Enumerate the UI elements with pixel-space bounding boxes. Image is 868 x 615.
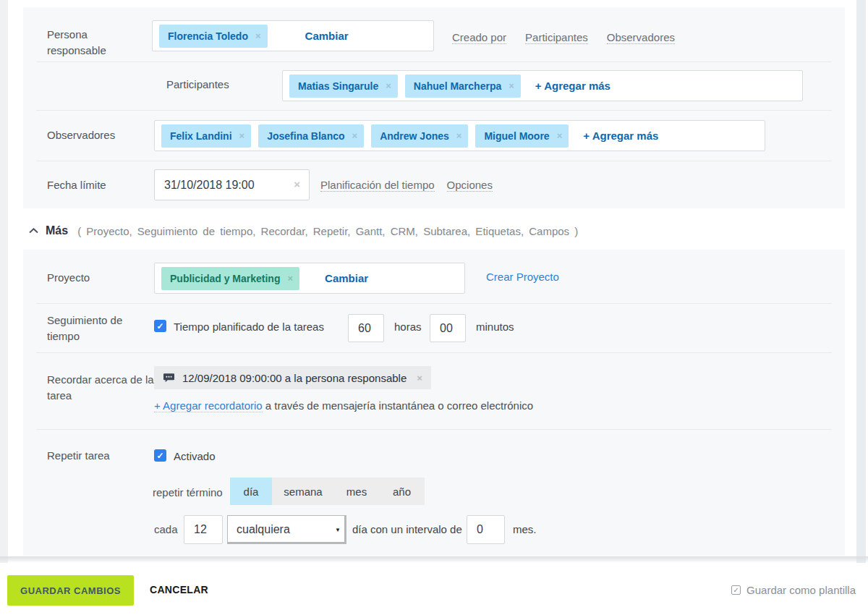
interval-value-input[interactable] xyxy=(467,515,505,544)
observer-tag: Josefina Blanco × xyxy=(258,124,364,148)
hours-input[interactable] xyxy=(348,314,384,342)
remove-tag-icon[interactable]: × xyxy=(509,80,514,91)
observer-tag: Miguel Moore × xyxy=(475,124,569,148)
observer-tag: Felix Landini × xyxy=(161,124,251,148)
add-participant-link[interactable]: + Agregar más xyxy=(535,80,610,92)
observers-field[interactable]: Felix Landini × Josefina Blanco × Andrew… xyxy=(154,120,765,151)
more-section-header: Más ( Proyecto, Seguimiento de tiempo, R… xyxy=(29,224,578,237)
observer-tag: Andrew Jones × xyxy=(371,124,468,148)
every-value-input[interactable] xyxy=(184,515,223,544)
add-reminder-link[interactable]: + Agregar recordatorio xyxy=(154,399,263,412)
time-planning-link[interactable]: Planificación del tiempo xyxy=(320,179,435,192)
divider xyxy=(36,62,832,62)
weekday-select[interactable]: cualquiera ▼ xyxy=(227,515,346,544)
interval-unit-label: mes. xyxy=(513,523,537,535)
save-as-template-checkbox[interactable]: ✓ xyxy=(731,585,741,595)
observer-tag-label: Felix Landini xyxy=(170,130,232,142)
repeat-term-tabs: día semana mes año xyxy=(230,478,425,505)
reminder-chip: 12/09/2018 09:00:00 a la persona respons… xyxy=(154,366,431,389)
change-responsible-link[interactable]: Cambiar xyxy=(305,30,349,42)
remove-tag-icon[interactable]: × xyxy=(255,30,261,41)
repeat-label: Repetir tarea xyxy=(47,448,110,464)
participant-tag: Nahuel Marcherpa × xyxy=(405,75,521,98)
participant-tag-label: Matias Singarule xyxy=(298,80,378,92)
remove-tag-icon[interactable]: × xyxy=(557,130,563,141)
divider xyxy=(36,303,832,304)
more-toggle[interactable]: Más xyxy=(46,224,68,237)
repeat-term-label: repetir término xyxy=(153,486,223,499)
task-edit-form: Persona responsable Florencia Toledo × C… xyxy=(0,0,868,615)
deadline-label: Fecha límite xyxy=(47,177,106,193)
participants-field[interactable]: Matias Singarule × Nahuel Marcherpa × + … xyxy=(282,70,803,101)
deadline-input[interactable] xyxy=(154,169,310,200)
participant-tag-label: Nahuel Marcherpa xyxy=(414,80,501,92)
planned-time-label: Tiempo planificado de la tareas xyxy=(174,321,324,333)
save-as-template-control[interactable]: ✓ Guardar como plantilla xyxy=(731,584,856,596)
project-field[interactable]: Publicidad y Marketing × Cambiar xyxy=(154,263,465,294)
save-button[interactable]: GUARDAR CAMBIOS xyxy=(7,575,134,606)
interval-label: día con un intervalo de xyxy=(352,523,462,535)
hours-label: horas xyxy=(394,321,422,333)
participant-tag: Matias Singarule × xyxy=(289,75,398,98)
participants-link[interactable]: Participantes xyxy=(525,31,588,44)
divider xyxy=(36,161,832,161)
observers-link[interactable]: Observadores xyxy=(607,31,675,44)
check-icon: ✓ xyxy=(733,586,739,594)
responsible-tag-label: Florencia Toledo xyxy=(168,30,248,42)
remove-tag-icon[interactable]: × xyxy=(352,130,358,141)
responsible-label: Persona responsable xyxy=(47,27,134,59)
divider xyxy=(36,110,832,111)
remove-reminder-icon[interactable]: × xyxy=(417,373,422,383)
save-as-template-label: Guardar como plantilla xyxy=(746,584,856,596)
main-fields-panel: Persona responsable Florencia Toledo × C… xyxy=(23,7,845,208)
planned-time-checkbox[interactable]: ✓ xyxy=(154,320,166,332)
tab-week[interactable]: semana xyxy=(272,478,334,505)
reminder-chip-text: 12/09/2018 09:00:00 a la persona respons… xyxy=(182,372,407,384)
footer-divider xyxy=(0,556,868,563)
tab-day[interactable]: día xyxy=(230,478,272,505)
add-reminder-suffix: a través de mensajería instantánea o cor… xyxy=(265,399,533,412)
options-link[interactable]: Opciones xyxy=(447,179,493,192)
more-fields-panel: Proyecto Publicidad y Marketing × Cambia… xyxy=(23,250,845,556)
repeat-enabled-label: Activado xyxy=(174,450,216,462)
time-tracking-label: Seguimiento de tiempo xyxy=(47,313,141,344)
change-project-link[interactable]: Cambiar xyxy=(325,272,368,284)
observer-tag-label: Andrew Jones xyxy=(380,130,449,142)
im-message-icon xyxy=(163,373,175,383)
chevron-up-icon[interactable] xyxy=(29,228,38,234)
clear-date-icon[interactable]: × xyxy=(294,178,300,190)
minutes-label: minutos xyxy=(476,321,514,333)
project-tag-label: Publicidad y Marketing xyxy=(170,273,280,284)
every-label: cada xyxy=(154,523,178,535)
observer-tag-label: Josefina Blanco xyxy=(267,130,344,142)
footer-bar: GUARDAR CAMBIOS CANCELAR ✓ Guardar como … xyxy=(0,563,868,615)
weekday-select-value: cualquiera xyxy=(228,523,333,536)
tab-year[interactable]: año xyxy=(379,478,425,505)
participants-label: Participantes xyxy=(166,77,229,93)
repeat-enabled-checkbox[interactable]: ✓ xyxy=(154,449,166,462)
create-project-link[interactable]: Crear Proyecto xyxy=(486,271,559,283)
right-scrollbar[interactable] xyxy=(856,0,866,563)
check-icon: ✓ xyxy=(156,321,163,331)
divider xyxy=(36,352,832,353)
divider xyxy=(36,429,832,430)
reminder-label: Recordar acerca de la tarea xyxy=(47,372,163,404)
responsible-field[interactable]: Florencia Toledo × Cambiar xyxy=(152,20,434,51)
remove-tag-icon[interactable]: × xyxy=(456,130,462,141)
check-icon: ✓ xyxy=(156,451,163,461)
remove-tag-icon[interactable]: × xyxy=(287,273,293,284)
left-scroll-track[interactable] xyxy=(0,0,8,563)
more-section-links[interactable]: ( Proyecto, Seguimiento de tiempo, Recor… xyxy=(77,225,578,237)
remove-tag-icon[interactable]: × xyxy=(386,80,391,91)
created-by-link[interactable]: Creado por xyxy=(452,31,506,44)
project-label: Proyecto xyxy=(47,270,90,286)
tab-month[interactable]: mes xyxy=(334,478,379,505)
select-arrow-icon: ▼ xyxy=(333,527,346,533)
responsible-tag: Florencia Toledo × xyxy=(159,25,268,48)
observer-tag-label: Miguel Moore xyxy=(484,130,549,142)
remove-tag-icon[interactable]: × xyxy=(239,130,245,141)
minutes-input[interactable] xyxy=(430,314,466,342)
cancel-button[interactable]: CANCELAR xyxy=(150,584,208,595)
observers-label: Observadores xyxy=(47,127,115,143)
add-observer-link[interactable]: + Agregar más xyxy=(583,130,658,142)
